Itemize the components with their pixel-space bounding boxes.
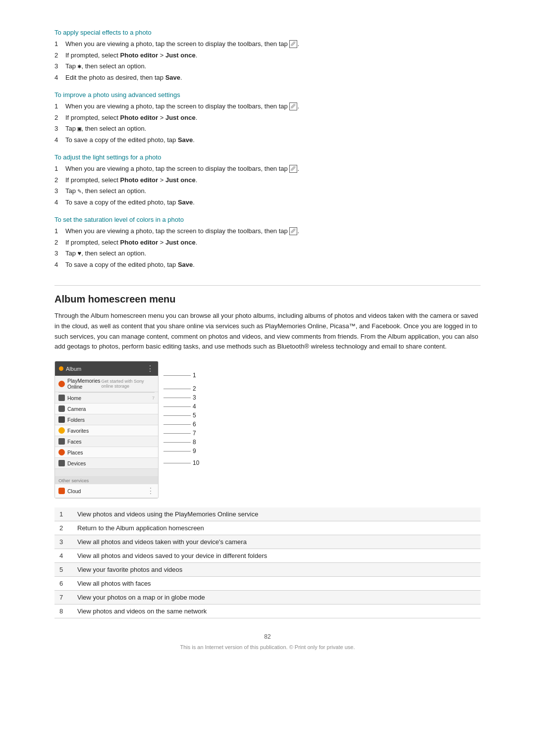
number-1: 1 [193, 372, 196, 379]
places-icon [58, 449, 65, 455]
step-item: 4To save a copy of the edited photo, tap… [54, 135, 481, 145]
menu-sublabel-1: Get started with Sony online storage [102, 379, 155, 389]
line-9 [163, 451, 191, 452]
icon-pencil: ✎ [78, 187, 82, 195]
desc-row-8: 8 View photos and videos on the same net… [54, 605, 481, 618]
number-5: 5 [193, 412, 196, 419]
desc-num-7: 7 [54, 591, 72, 605]
icon-grid: ▣ [78, 125, 82, 132]
step-item: 3Tap ♥, then select an option. [54, 249, 481, 258]
cloud-more-icon: ⋮ [147, 486, 155, 496]
steps-adjust-light: 1When you are viewing a photo, tap the s… [54, 164, 481, 207]
desc-text-3: View all photos and videos taken with yo… [72, 535, 481, 549]
number-8: 8 [193, 439, 196, 446]
desc-num-1: 1 [54, 507, 72, 521]
section-improve-advanced: To improve a photo using advanced settin… [54, 91, 481, 145]
menu-label-8: Devices [67, 460, 155, 466]
desc-row-1: 1 View photos and videos using the PlayM… [54, 507, 481, 521]
desc-text-1: View photos and videos using the PlayMem… [72, 507, 481, 521]
desc-row-4: 4 View all photos and videos saved to yo… [54, 549, 481, 563]
camera-icon [58, 405, 65, 412]
icon-toolbar: ␥ [289, 102, 297, 110]
step-item: 4To save a copy of the edited photo, tap… [54, 198, 481, 207]
number-4: 4 [193, 403, 196, 410]
favorites-icon [58, 427, 65, 434]
desc-row-7: 7 View your photos on a map or in globe … [54, 591, 481, 605]
line-8 [163, 442, 191, 443]
desc-text-6: View all photos with faces [72, 577, 481, 591]
menu-label-5: Favorites [67, 428, 155, 434]
desc-row-2: 2 Return to the Album application homesc… [54, 521, 481, 535]
line-2 [163, 389, 191, 389]
line-4 [163, 406, 191, 407]
screenshot-titlebar: Album ⋮ [55, 361, 158, 376]
step-item: 2If prompted, select Photo editor > Just… [54, 50, 481, 60]
menu-label-6: Faces [67, 439, 155, 445]
connector-3: 3 [163, 394, 199, 401]
menu-row-6: Faces [55, 436, 158, 447]
connector-4: 4 [163, 403, 199, 410]
step-item: 2If prompted, select Photo editor > Just… [54, 238, 481, 248]
number-2: 2 [193, 385, 196, 392]
steps-special-effects: 1When you are viewing a photo, tap the s… [54, 39, 481, 82]
section-title-improve-advanced: To improve a photo using advanced settin… [54, 91, 481, 99]
desc-num-2: 2 [54, 521, 72, 535]
menu-row-2: Home 7 [55, 393, 158, 403]
menu-row-3: Camera [55, 403, 158, 414]
album-icon-dot [59, 366, 63, 371]
other-services-label: Other services [55, 477, 158, 484]
home-count: 7 [152, 396, 155, 401]
icon-fx: ✱ [78, 62, 82, 70]
connector-6: 6 [163, 421, 199, 428]
faces-icon [58, 438, 65, 445]
menu-label-1: PlayMemories Online [67, 378, 101, 390]
line-7 [163, 433, 191, 434]
menu-row-8: Devices [55, 458, 158, 469]
step-item: 1When you are viewing a photo, tap the s… [54, 164, 481, 174]
icon-toolbar: ␥ [289, 165, 297, 173]
line-10 [163, 463, 191, 463]
step-item: 1When you are viewing a photo, tap the s… [54, 39, 481, 49]
menu-row-7: Places [55, 447, 158, 458]
screenshot-title: Album [66, 366, 81, 372]
section-title-saturation: To set the saturation level of colors in… [54, 216, 481, 223]
line-6 [163, 424, 191, 425]
menu-label-10: Cloud [67, 488, 147, 494]
desc-num-4: 4 [54, 549, 72, 563]
desc-num-8: 8 [54, 605, 72, 618]
desc-text-2: Return to the Album application homescre… [72, 521, 481, 535]
step-item: 3Tap ✱, then select an option. [54, 61, 481, 71]
connector-2: 2 [163, 385, 199, 392]
folders-icon [58, 416, 65, 423]
album-screenshot: Album ⋮ PlayMemories Online Get started … [54, 361, 159, 499]
desc-row-3: 3 View all photos and videos taken with … [54, 535, 481, 549]
section-saturation: To set the saturation level of colors in… [54, 216, 481, 269]
album-heading: Album homescreen menu [54, 285, 481, 305]
line-1 [163, 375, 191, 376]
screenshot-area: Album ⋮ PlayMemories Online Get started … [54, 361, 481, 499]
playmemories-icon [58, 381, 65, 387]
menu-label-2: Home [67, 395, 152, 401]
section-adjust-light: To adjust the light settings for a photo… [54, 153, 481, 207]
desc-row-6: 6 View all photos with faces [54, 577, 481, 591]
line-5 [163, 415, 191, 416]
line-3 [163, 398, 191, 398]
desc-num-6: 6 [54, 577, 72, 591]
step-item: 1When you are viewing a photo, tap the s… [54, 101, 481, 111]
devices-icon [58, 460, 65, 466]
cloud-icon [58, 488, 65, 494]
icon-toolbar: ␥ [289, 227, 297, 235]
menu-row-4: Folders [55, 414, 158, 425]
descriptions-table: 1 View photos and videos using the PlayM… [54, 507, 481, 618]
menu-label-7: Places [67, 450, 155, 455]
home-icon [58, 395, 65, 401]
page-content: To apply special effects to a photo 1Whe… [54, 0, 481, 680]
menu-row-1: PlayMemories Online Get started with Son… [55, 376, 158, 392]
menu-row-10: Cloud ⋮ [55, 484, 158, 498]
album-description: Through the Album homescreen menu you ca… [54, 311, 481, 352]
steps-improve-advanced: 1When you are viewing a photo, tap the s… [54, 101, 481, 145]
desc-text-5: View your favorite photos and videos [72, 563, 481, 577]
icon-color: ♥ [78, 250, 82, 257]
page-number: 82 [54, 633, 481, 640]
number-3: 3 [193, 394, 196, 401]
